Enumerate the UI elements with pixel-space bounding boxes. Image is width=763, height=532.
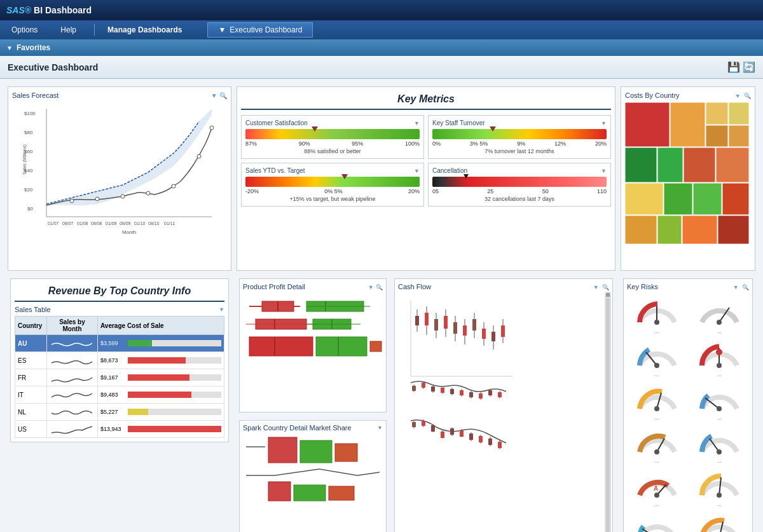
svg-rect-119: [498, 392, 502, 397]
chevron-down-icon[interactable]: ▼: [211, 92, 217, 99]
svg-rect-137: [488, 439, 492, 445]
svg-point-147: [717, 363, 722, 368]
svg-line-73: [319, 469, 357, 475]
chevron-icon[interactable]: ▼: [601, 120, 607, 126]
costs-country-panel: Costs By Country ▼ 🔍: [621, 86, 755, 271]
svg-rect-129: [450, 428, 454, 435]
svg-rect-95: [482, 329, 486, 339]
chevron-icon[interactable]: ▼: [593, 284, 599, 290]
svg-point-158: [654, 493, 659, 498]
svg-rect-46: [625, 215, 657, 244]
customer-satisfaction-card: Customer Satisfaction ▼ 87% 90% 95% 100%…: [241, 115, 424, 159]
svg-line-72: [275, 469, 319, 475]
cash-flow-panel: Cash Flow ▼ 🔍: [394, 278, 613, 532]
label-05: 05: [432, 188, 439, 194]
cash-flow-header: Cash Flow ▼ 🔍: [398, 282, 609, 291]
svg-rect-125: [431, 425, 435, 432]
chevron-icon[interactable]: ▼: [735, 93, 741, 99]
table-row[interactable]: AU: [15, 335, 47, 352]
key-metrics-panel: Key Metrics Customer Satisfaction ▼ 87%: [237, 86, 615, 271]
svg-rect-133: [469, 433, 473, 440]
risk-gauge-11: [633, 510, 681, 532]
turnover-desc: 7% turnover last 12 months: [432, 148, 607, 154]
table-row[interactable]: ES: [15, 352, 47, 369]
key-risks-title: Key Risks: [627, 283, 658, 290]
svg-rect-47: [657, 215, 682, 244]
svg-text:01/09: 01/09: [106, 221, 117, 226]
svg-rect-37: [729, 125, 749, 147]
search-icon[interactable]: 🔍: [219, 92, 227, 99]
svg-point-11: [146, 191, 150, 195]
bottom-row: Revenue By Top Country Info Sales Table …: [5, 273, 758, 532]
risk-label-5: ...: [655, 415, 659, 421]
col-country: Country: [15, 317, 47, 335]
search-icon[interactable]: 🔍: [602, 284, 609, 290]
chevron-icon[interactable]: ▼: [414, 120, 420, 126]
table-row[interactable]: IT: [15, 386, 47, 404]
label-100: 100%: [405, 140, 420, 147]
risk-item-9: A ...: [627, 467, 687, 507]
svg-rect-87: [444, 316, 448, 329]
svg-rect-38: [625, 147, 657, 182]
chevron-icon[interactable]: ▼: [414, 168, 420, 174]
ytd-header: Sales YTD vs. Target ▼: [245, 167, 420, 174]
save-icon[interactable]: 💾: [727, 61, 740, 73]
spark-market-title: Spark Country Detail Market Share: [243, 424, 352, 432]
search-icon[interactable]: 🔍: [742, 284, 749, 290]
svg-rect-117: [488, 390, 492, 395]
svg-rect-83: [425, 313, 429, 325]
sales-table-body: AU$3,599ES$8,673FR$9,167IT$9,483NL$5,227…: [15, 335, 224, 438]
bottom-right: Key Risks ▼ 🔍: [621, 276, 755, 532]
svg-point-12: [172, 184, 175, 188]
fav-chevron: ▼: [6, 44, 13, 51]
risk-label-6: ...: [717, 415, 722, 421]
cust-sat-desc: 88% satisfied or better: [245, 148, 420, 154]
svg-point-156: [717, 449, 722, 454]
product-icons: ▼ 🔍: [368, 282, 383, 291]
svg-rect-101: [412, 386, 416, 391]
svg-rect-103: [422, 383, 425, 388]
risk-gauge-4: [696, 337, 743, 372]
risk-gauge-12: [696, 510, 743, 532]
search-icon[interactable]: 🔍: [376, 284, 383, 290]
header-icons: 💾 🔄: [727, 61, 755, 73]
help-menu[interactable]: Help: [55, 23, 81, 37]
label-20: 20%: [595, 140, 607, 147]
svg-rect-77: [329, 486, 354, 500]
turnover-labels: 0% 3% 5% 9% 12% 20%: [432, 140, 607, 147]
table-row[interactable]: US: [15, 421, 47, 438]
risk-label-1: ...: [655, 329, 659, 334]
label-neg20: -20%: [245, 188, 259, 194]
table-row[interactable]: NL: [15, 404, 47, 421]
refresh-icon[interactable]: 🔄: [743, 61, 755, 73]
svg-text:A: A: [654, 485, 658, 492]
sales-table-chevron[interactable]: ▼: [219, 306, 224, 313]
search-icon[interactable]: 🔍: [744, 93, 751, 99]
options-menu[interactable]: Options: [6, 23, 43, 37]
bottom-mid: Product Profit Detail ▼ 🔍: [237, 276, 615, 532]
manage-dashboards-btn[interactable]: Manage Dashboards: [107, 25, 182, 34]
svg-rect-34: [706, 102, 728, 125]
chevron-icon[interactable]: ▼: [377, 425, 383, 431]
risk-item-3: ...: [627, 337, 687, 378]
cashflow-scrollbar[interactable]: [605, 292, 611, 532]
label-90: 90%: [299, 140, 310, 147]
cust-sat-title: Customer Satisfaction: [245, 119, 308, 126]
sparkline-cell: [47, 335, 98, 352]
chevron-icon[interactable]: ▼: [733, 284, 739, 290]
label-12: 12%: [554, 140, 566, 147]
svg-rect-36: [706, 125, 728, 147]
svg-text:$20: $20: [24, 187, 33, 193]
menu-separator: [94, 24, 95, 36]
table-row[interactable]: FR: [15, 369, 47, 386]
svg-text:Month: Month: [122, 229, 136, 235]
risk-item-8: ...: [689, 423, 749, 464]
chevron-icon[interactable]: ▼: [368, 284, 374, 290]
chevron-icon[interactable]: ▼: [601, 168, 607, 174]
cancellation-card: Cancellation ▼ 05 25 50 110 32 cancellat…: [428, 163, 611, 207]
costs-treemap: [625, 102, 749, 255]
product-profit-header: Product Profit Detail ▼ 🔍: [243, 282, 383, 291]
active-tab[interactable]: ▼ Executive Dashboard: [207, 22, 313, 38]
cost-cell: $9,483: [98, 386, 224, 404]
cancel-labels: 05 25 50 110: [432, 188, 607, 194]
